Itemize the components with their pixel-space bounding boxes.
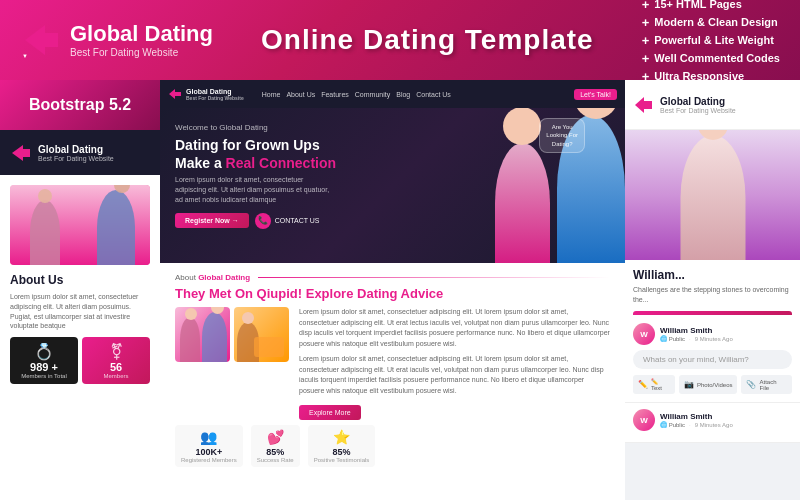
user-avatar-2: W	[633, 409, 655, 431]
explore-button[interactable]: Explore More	[299, 405, 361, 420]
brand-tagline: Best For Dating Website	[70, 47, 213, 58]
feature-2: Modern & Clean Design	[642, 15, 780, 30]
main-title: Online Dating Template	[261, 24, 594, 56]
brand-name: Global Dating	[70, 22, 213, 46]
post-user-meta-1: 🌐 Public · 9 Minutes Ago	[660, 335, 792, 342]
about-desc-2: Lorem ipsum dolor sit amet, consectetuer…	[299, 354, 610, 396]
divider-line	[258, 277, 610, 278]
feature-1: 15+ HTML Pages	[642, 0, 780, 12]
post-username-1: William Smith	[660, 326, 792, 335]
main-container: ▼ Global Dating Best For Dating Website …	[0, 0, 800, 500]
about-content-row: Lorem ipsum dolor sit amet, consectetuer…	[175, 307, 610, 420]
about-text-content: Lorem ipsum dolor sit amet, consectetuer…	[10, 292, 150, 331]
testimonials-label: Positive Testimonials	[314, 457, 370, 463]
nav-link-home[interactable]: Home	[262, 91, 281, 98]
center-panel: Global Dating Best For Dating Website Ho…	[160, 80, 625, 500]
hero-bubble: Are YouLooking ForDating?	[539, 118, 585, 153]
hero-subtext: Lorem ipsum dolor sit amet, consectetuer…	[175, 175, 335, 204]
testimonials-icon: ⭐	[333, 429, 350, 445]
preview-nav-links: Home About Us Features Community Blog Co…	[262, 91, 451, 98]
bootstrap-badge: Bootstrap 5.2	[0, 80, 160, 130]
profile-card: William... Challenges are the stepping s…	[625, 130, 800, 315]
post-privacy-1: 🌐 Public	[660, 335, 685, 342]
post-text-action[interactable]: ✏️ ✏️ Text	[633, 375, 675, 394]
post-actions-row: ✏️ ✏️ Text 📷 Photo/Videos 📎 Attach File	[633, 375, 792, 394]
left-brand: Global Dating Best For Dating Website	[0, 130, 160, 175]
nav-link-community[interactable]: Community	[355, 91, 390, 98]
about-images-row	[175, 307, 289, 414]
post-privacy-2: 🌐 Public	[660, 421, 685, 428]
members-icon: 👥	[200, 429, 217, 445]
phone-icon: 📞	[255, 213, 271, 229]
hero-welcome: Welcome to Global Dating	[175, 123, 470, 132]
left-panel: Bootstrap 5.2 Global Dating Best For Dat…	[0, 80, 160, 500]
middle-section: Bootstrap 5.2 Global Dating Best For Dat…	[0, 80, 800, 500]
about-image-couple	[175, 307, 230, 362]
profile-desc: Challenges are the stepping stones to ov…	[633, 285, 792, 305]
right-brand-icon	[633, 94, 655, 116]
feature-4: Well Commented Codes	[642, 51, 780, 66]
stat-block-2: ⚧ 56 Members	[82, 337, 150, 384]
post-user-row-1: W William Smith 🌐 Public · 9 Minutes Ago	[633, 323, 792, 345]
photo-icon: 📷	[684, 380, 694, 389]
nav-link-features[interactable]: Features	[321, 91, 349, 98]
success-value: 85%	[266, 447, 284, 457]
stat-blocks: 💍 989 + Members in Total ⚧ 56 Members	[10, 337, 150, 384]
post-user-row-2: W William Smith 🌐 Public · 9 Minutes Ago	[633, 409, 792, 431]
couple-image-left	[10, 185, 150, 265]
hero-heading: Dating for Grown Ups Make a Real Connect…	[175, 136, 470, 172]
post-photo-action[interactable]: 📷 Photo/Videos	[679, 375, 738, 394]
post-thinking-input[interactable]: Whats on your mind, William?	[633, 350, 792, 369]
brand-area: ▼ Global Dating Best For Dating Website	[20, 20, 213, 60]
nav-link-blog[interactable]: Blog	[396, 91, 410, 98]
post-area: W William Smith 🌐 Public · 9 Minutes Ago…	[625, 315, 800, 403]
feed-post-1: W William Smith 🌐 Public · 9 Minutes Ago	[625, 403, 800, 443]
about-main-heading: They Met On Qiupid! Explore Dating Advic…	[175, 286, 610, 301]
members-value: 100K+	[195, 447, 222, 457]
post-username-2: William Smith	[660, 412, 792, 421]
nav-cta-button[interactable]: Let's Talk!	[574, 89, 617, 100]
nav-link-contact[interactable]: Contact Us	[416, 91, 451, 98]
right-brand-text: Global Dating Best For Dating Website	[660, 96, 736, 114]
success-label: Success Rate	[257, 457, 294, 463]
brand-logo-icon: ▼	[20, 20, 60, 60]
members-label: Registered Members	[181, 457, 237, 463]
svg-marker-0	[25, 25, 58, 55]
hero-section: Welcome to Global Dating Dating for Grow…	[160, 108, 625, 263]
user-avatar-1: W	[633, 323, 655, 345]
attach-icon: 📎	[746, 380, 756, 389]
preview-nav-brand: Global Dating Best For Dating Website	[168, 87, 244, 101]
profile-card-bottom: William... Challenges are the stepping s…	[625, 260, 800, 315]
features-list: 15+ HTML Pages Modern & Clean Design Pow…	[642, 0, 780, 84]
svg-marker-2	[12, 145, 30, 161]
hero-content: Welcome to Global Dating Dating for Grow…	[160, 108, 485, 263]
post-attach-action[interactable]: 📎 Attach File	[741, 375, 792, 394]
testimonials-value: 85%	[333, 447, 351, 457]
hero-register-button[interactable]: Register Now →	[175, 213, 249, 228]
about-desc-1: Lorem ipsum dolor sit amet, consectetuer…	[299, 307, 610, 349]
svg-marker-3	[169, 89, 181, 99]
about-us-section: About Us Lorem ipsum dolor sit amet, con…	[0, 175, 160, 500]
stat-members: 👥 100K+ Registered Members	[175, 425, 243, 467]
post-user-meta-2: 🌐 Public · 9 Minutes Ago	[660, 421, 792, 428]
right-panel: Global Dating Best For Dating Website Wi…	[625, 80, 800, 500]
profile-name: William...	[633, 268, 792, 282]
post-time-2: 9 Minutes Ago	[695, 422, 733, 428]
about-header: About Global Dating	[175, 273, 610, 282]
success-icon: 💕	[267, 429, 284, 445]
about-label: About Global Dating	[175, 273, 250, 282]
preview-nav: Global Dating Best For Dating Website Ho…	[160, 80, 625, 108]
top-banner: ▼ Global Dating Best For Dating Website …	[0, 0, 800, 80]
profile-image-area	[625, 130, 800, 260]
about-image-food	[234, 307, 289, 362]
post-user-info-2: William Smith 🌐 Public · 9 Minutes Ago	[660, 412, 792, 428]
social-feed: W William Smith 🌐 Public · 9 Minutes Ago…	[625, 315, 800, 500]
about-title: About Us	[10, 273, 150, 287]
text-icon: ✏️	[638, 380, 648, 389]
about-section: About Global Dating They Met On Qiupid! …	[160, 263, 625, 500]
nav-link-about[interactable]: About Us	[286, 91, 315, 98]
right-brand-bar: Global Dating Best For Dating Website	[625, 80, 800, 130]
hero-buttons: Register Now → 📞 CONTACT US	[175, 213, 470, 229]
stat-block-1: 💍 989 + Members in Total	[10, 337, 78, 384]
svg-marker-4	[635, 97, 652, 113]
